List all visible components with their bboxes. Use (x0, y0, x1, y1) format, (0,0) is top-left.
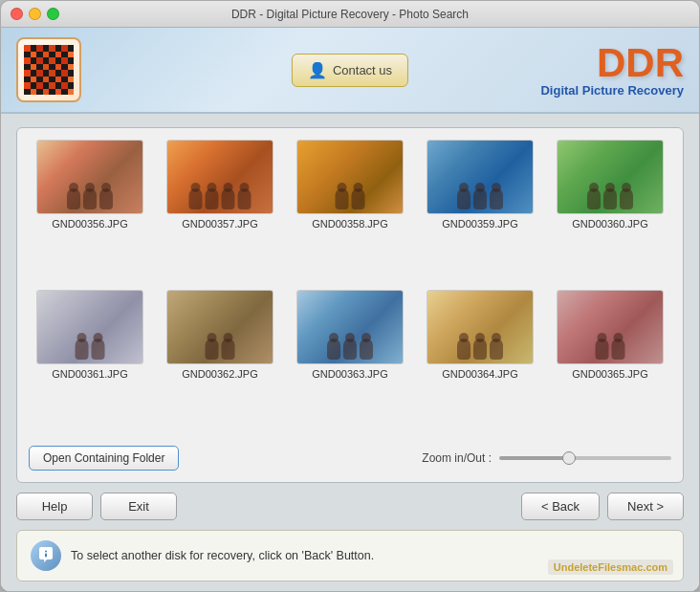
svg-rect-1 (45, 554, 47, 558)
panel-bottom: Open Containing Folder Zoom in/Out : (29, 442, 671, 471)
titlebar: DDR - Digital Picture Recovery - Photo S… (1, 1, 699, 28)
photo-thumbnail (36, 290, 143, 364)
zoom-label: Zoom in/Out : (422, 451, 492, 465)
maximize-button[interactable] (47, 8, 59, 20)
button-row: Help Exit < Back Next > (16, 493, 684, 520)
brand-area: DDR Digital Picture Recovery (540, 43, 684, 98)
contact-button[interactable]: 👤 Contact us (292, 54, 408, 87)
thumb-overlay (327, 339, 373, 360)
photo-item[interactable]: GND00365.JPG (549, 290, 671, 432)
nav-group: < Back Next > (521, 493, 684, 520)
logo-checkerboard: // Generate checkerboard inline (functio… (24, 45, 74, 95)
info-bar: To select another disk for recovery, cli… (16, 530, 684, 581)
photo-item[interactable]: GND00357.JPG (159, 140, 281, 282)
app-logo: // Generate checkerboard inline (functio… (16, 37, 81, 102)
speech-bubble-icon (36, 546, 55, 565)
photo-filename: GND00362.JPG (182, 368, 257, 380)
contact-label: Contact us (333, 63, 392, 77)
photo-filename: GND00357.JPG (182, 218, 257, 230)
photo-thumbnail (557, 140, 664, 214)
photo-thumbnail (427, 290, 534, 364)
thumb-overlay (189, 188, 252, 209)
open-folder-button[interactable]: Open Containing Folder (29, 446, 179, 471)
window-title: DDR - Digital Picture Recovery - Photo S… (231, 8, 469, 21)
photo-thumbnail (427, 140, 534, 214)
photo-filename: GND00358.JPG (312, 218, 387, 230)
photo-panel: GND00356.JPGGND00357.JPGGND00358.JPGGND0… (16, 127, 684, 483)
minimize-button[interactable] (29, 8, 41, 20)
photo-item[interactable]: GND00362.JPG (159, 290, 281, 432)
watermark: UndeleteFilesmac.com (548, 559, 673, 575)
photo-thumbnail (36, 140, 143, 214)
photo-filename: GND00359.JPG (442, 218, 517, 230)
thumb-overlay (336, 188, 365, 209)
person-icon: 👤 (308, 61, 327, 79)
app-window: DDR - Digital Picture Recovery - Photo S… (0, 0, 700, 592)
photo-filename: GND00356.JPG (52, 218, 127, 230)
svg-point-0 (45, 551, 47, 553)
close-button[interactable] (11, 8, 23, 20)
photo-filename: GND00365.JPG (572, 368, 647, 380)
back-button[interactable]: < Back (521, 493, 600, 520)
main-content: GND00356.JPGGND00357.JPGGND00358.JPGGND0… (1, 114, 699, 591)
photo-item[interactable]: GND00360.JPG (549, 140, 671, 282)
info-message: To select another disk for recovery, cli… (71, 549, 374, 562)
photo-filename: GND00361.JPG (52, 368, 127, 380)
photo-filename: GND00360.JPG (572, 218, 647, 230)
brand-name: DDR (540, 43, 684, 83)
photo-filename: GND00364.JPG (442, 368, 517, 380)
next-button[interactable]: Next > (607, 493, 684, 520)
photo-thumbnail (296, 140, 404, 214)
photo-grid: GND00356.JPGGND00357.JPGGND00358.JPGGND0… (29, 140, 671, 432)
zoom-slider[interactable] (499, 456, 671, 460)
thumb-overlay (457, 339, 503, 360)
photo-thumbnail (166, 290, 273, 364)
thumb-overlay (457, 188, 503, 209)
exit-button[interactable]: Exit (100, 493, 177, 520)
header: // Generate checkerboard inline (functio… (1, 28, 699, 114)
photo-item[interactable]: GND00361.JPG (29, 290, 151, 432)
thumb-overlay (587, 188, 633, 209)
photo-item[interactable]: GND00359.JPG (419, 140, 541, 282)
brand-subtitle: Digital Picture Recovery (540, 83, 684, 98)
photo-thumbnail (166, 140, 273, 214)
photo-item[interactable]: GND00356.JPG (29, 140, 151, 282)
thumb-overlay (76, 339, 105, 360)
thumb-overlay (67, 188, 113, 209)
thumb-overlay (596, 339, 625, 360)
photo-thumbnail (296, 290, 404, 364)
help-button[interactable]: Help (16, 493, 93, 520)
photo-item[interactable]: GND00364.JPG (419, 290, 541, 432)
thumb-overlay (206, 339, 235, 360)
photo-thumbnail (557, 290, 664, 364)
info-icon (31, 540, 61, 571)
photo-item[interactable]: GND00358.JPG (289, 140, 411, 282)
photo-filename: GND00363.JPG (312, 368, 387, 380)
zoom-control: Zoom in/Out : (422, 451, 671, 465)
photo-item[interactable]: GND00363.JPG (289, 290, 411, 432)
traffic-lights (11, 8, 59, 20)
